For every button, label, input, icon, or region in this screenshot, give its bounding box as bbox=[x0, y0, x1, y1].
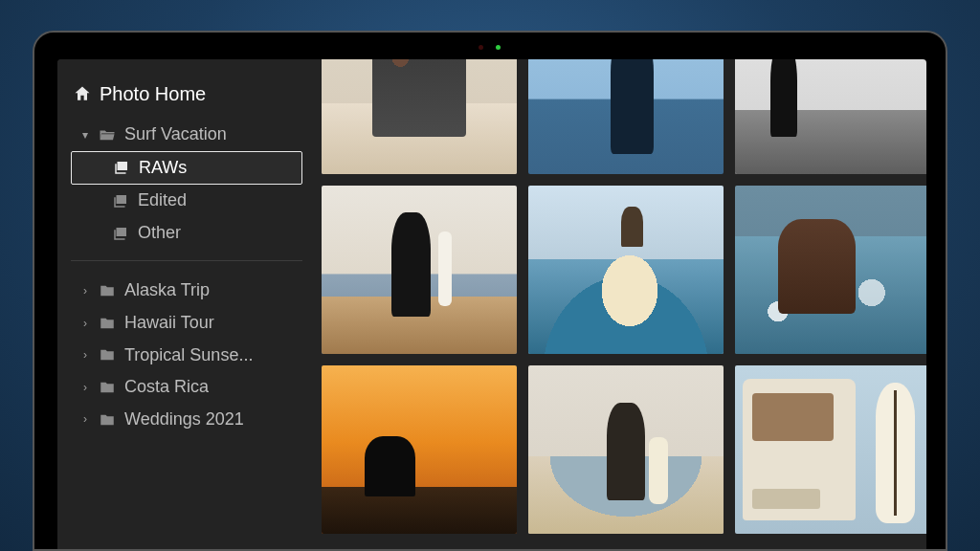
thumbnail[interactable] bbox=[322, 59, 517, 174]
sidebar-folder-weddings-2021[interactable]: › Weddings 2021 bbox=[71, 404, 302, 436]
sidebar-subfolder-label: Edited bbox=[138, 190, 187, 211]
chevron-right-icon: › bbox=[80, 412, 90, 426]
thumbnail-grid bbox=[322, 59, 926, 534]
thumbnail[interactable] bbox=[322, 186, 517, 354]
sidebar-subfolder-label: Other bbox=[138, 223, 181, 244]
chevron-down-icon: ▾ bbox=[80, 128, 90, 142]
sidebar-subfolder-other[interactable]: Other bbox=[71, 217, 302, 250]
folder-icon bbox=[98, 379, 117, 396]
folder-icon bbox=[98, 315, 117, 332]
home-icon bbox=[73, 85, 92, 102]
folder-icon bbox=[98, 346, 117, 364]
sidebar: Photo Home ▾ Surf Vacation RAWs Edit bbox=[57, 59, 316, 549]
sidebar-folder-label: Tropical Sunse... bbox=[124, 345, 253, 366]
chevron-right-icon: › bbox=[80, 348, 90, 362]
sidebar-subfolder-edited[interactable]: Edited bbox=[71, 185, 302, 217]
chevron-right-icon: › bbox=[80, 284, 90, 298]
chevron-right-icon: › bbox=[80, 381, 90, 394]
thumbnail[interactable] bbox=[528, 59, 724, 174]
stack-icon bbox=[112, 159, 131, 176]
sidebar-home-label: Photo Home bbox=[100, 82, 206, 105]
sidebar-folder-label: Weddings 2021 bbox=[124, 409, 244, 430]
thumbnail[interactable] bbox=[735, 59, 926, 174]
sidebar-folder-label: Surf Vacation bbox=[124, 124, 227, 145]
sidebar-folder-hawaii-tour[interactable]: › Hawaii Tour bbox=[71, 307, 302, 340]
chevron-right-icon: › bbox=[80, 317, 90, 330]
folder-icon bbox=[98, 282, 117, 299]
sidebar-folder-alaska-trip[interactable]: › Alaska Trip bbox=[71, 275, 302, 307]
thumbnail[interactable] bbox=[528, 186, 724, 354]
thumbnail[interactable] bbox=[322, 365, 517, 534]
thumbnail[interactable] bbox=[528, 365, 724, 534]
sidebar-subfolder-label: RAWs bbox=[139, 158, 187, 179]
sidebar-folder-label: Hawaii Tour bbox=[124, 313, 214, 334]
stack-icon bbox=[111, 225, 130, 242]
sidebar-home[interactable]: Photo Home bbox=[71, 77, 302, 111]
sidebar-folder-tropical-sunset[interactable]: › Tropical Sunse... bbox=[71, 340, 302, 372]
sidebar-folder-costa-rica[interactable]: › Costa Rica bbox=[71, 371, 302, 404]
device-frame: Photo Home ▾ Surf Vacation RAWs Edit bbox=[33, 31, 947, 551]
thumbnail[interactable] bbox=[735, 186, 926, 354]
app-screen: Photo Home ▾ Surf Vacation RAWs Edit bbox=[57, 59, 926, 549]
sidebar-subfolder-raws[interactable]: RAWs bbox=[71, 151, 302, 186]
sidebar-divider bbox=[71, 260, 302, 261]
folder-open-icon bbox=[98, 126, 117, 143]
camera-dot-green-icon bbox=[496, 45, 501, 50]
sidebar-folder-surf-vacation[interactable]: ▾ Surf Vacation bbox=[71, 119, 302, 151]
camera-dot-red-icon bbox=[479, 45, 483, 50]
folder-icon bbox=[98, 411, 117, 429]
thumbnail-pane bbox=[316, 59, 926, 549]
stack-icon bbox=[111, 192, 130, 209]
thumbnail[interactable] bbox=[735, 365, 926, 534]
sidebar-folder-label: Costa Rica bbox=[124, 377, 209, 398]
sidebar-folder-label: Alaska Trip bbox=[124, 280, 210, 301]
